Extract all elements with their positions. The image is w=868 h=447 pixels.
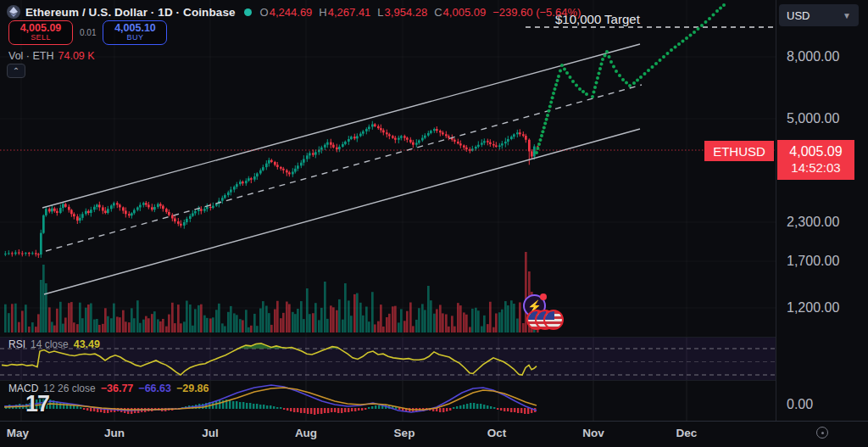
ohlc-values: O4,244.69 H4,267.41 L3,954.28 C4,005.09 … — [260, 6, 581, 19]
price-axis-label: 8,000.00 — [787, 49, 839, 64]
month-label-nov[interactable]: Nov — [582, 427, 604, 439]
spread-value: 0.01 — [78, 28, 97, 37]
ethereum-icon — [7, 5, 20, 19]
currency-dropdown[interactable]: USD ▼ — [779, 4, 859, 26]
month-label-aug[interactable]: Aug — [295, 427, 317, 439]
trading-chart-app: RSI 14 close 43.49 MACD 12 26 close −36.… — [0, 0, 868, 447]
volume-label[interactable]: Vol · ETH — [8, 50, 54, 62]
rsi-plot — [0, 338, 776, 380]
low-value: 3,954.28 — [385, 6, 428, 19]
price-axis-label: 5,000.00 — [787, 111, 839, 126]
bar-countdown: 14:52:03 — [791, 160, 840, 176]
price-axis-label: 0.00 — [787, 397, 813, 412]
time-axis[interactable]: MayJunJulAugSepOctNovDec — [0, 421, 868, 447]
rsi-pane[interactable] — [0, 337, 776, 379]
symbol-title[interactable]: Ethereum / U.S. Dollar · 1D · Coinbase — [25, 6, 236, 19]
clock-icon[interactable] — [816, 427, 828, 439]
month-label-oct[interactable]: Oct — [487, 427, 507, 439]
price-axis-label: 2,300.00 — [787, 215, 839, 230]
macd-params: 12 26 close — [43, 383, 95, 394]
high-value: 4,267.41 — [328, 6, 371, 19]
price-axis-label: 1,200.00 — [787, 300, 839, 316]
tradingview-logo: 17 — [25, 391, 49, 417]
usa-flag-icon — [543, 310, 564, 330]
macd-signal-value: −29.86 — [176, 383, 209, 394]
month-label-may[interactable]: May — [7, 427, 29, 439]
change-value: −239.60 (−5.64%) — [492, 6, 581, 19]
main-chart-pane[interactable] — [0, 0, 776, 336]
rsi-value: 43.49 — [74, 338, 100, 350]
month-label-jun[interactable]: Jun — [104, 427, 125, 439]
chevron-down-icon: ▼ — [843, 11, 851, 20]
volume-value: 74.09 K — [58, 50, 95, 62]
rsi-label-row: RSI 14 close 43.49 — [8, 338, 100, 350]
last-price: 4,005.09 — [789, 143, 842, 160]
market-status-dot — [244, 8, 252, 16]
notification-dot — [540, 293, 547, 300]
macd-hist-value: −36.77 — [101, 383, 134, 394]
rsi-params: 14 close — [31, 338, 69, 350]
month-label-dec[interactable]: Dec — [676, 427, 698, 439]
usa-flag-stickers[interactable] — [526, 310, 564, 330]
macd-line-value: −66.63 — [138, 383, 171, 394]
open-value: 4,244.69 — [270, 6, 313, 19]
close-value: 4,005.09 — [443, 6, 487, 19]
sell-button[interactable]: 4,005.09 SELL — [8, 20, 73, 45]
rsi-title[interactable]: RSI — [8, 338, 25, 350]
currency-value: USD — [787, 9, 810, 22]
symbol-header: Ethereum / U.S. Dollar · 1D · Coinbase O… — [7, 4, 581, 20]
buy-button[interactable]: 4,005.10 BUY — [103, 20, 167, 45]
month-label-sep[interactable]: Sep — [394, 427, 415, 439]
last-price-badge: 4,005.09 14:52:03 — [777, 140, 854, 180]
volume-indicator-row: Vol · ETH74.09 K — [8, 50, 95, 62]
price-axis[interactable]: 8,000.005,000.002,300.001,700.001,200.00… — [776, 0, 868, 421]
collapse-panel-button[interactable]: ⌃ — [7, 64, 25, 78]
trade-buttons: 4,005.09 SELL 0.01 4,005.10 BUY — [8, 20, 167, 45]
month-label-jul[interactable]: Jul — [202, 427, 219, 439]
symbol-price-tag: ETHUSD — [704, 141, 774, 161]
price-axis-label: 1,700.00 — [787, 254, 839, 269]
